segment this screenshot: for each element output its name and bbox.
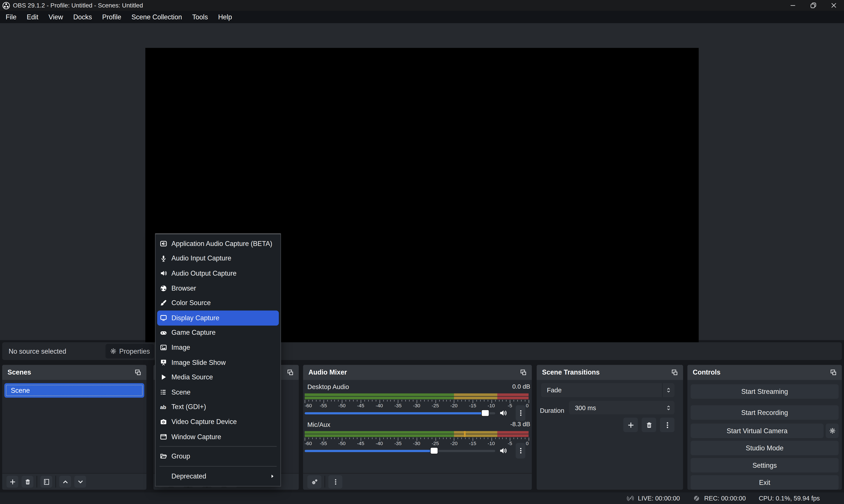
transition-plus-button[interactable]: [623, 418, 638, 432]
submenu-arrow-icon: [270, 473, 275, 479]
properties-button[interactable]: Properties: [106, 344, 154, 359]
menu-help[interactable]: Help: [213, 11, 237, 23]
transition-spinner[interactable]: [663, 386, 675, 394]
popout-icon[interactable]: [134, 369, 141, 376]
controls-body: Start StreamingStart RecordingStart Virt…: [687, 380, 842, 490]
meter-ticks: [305, 400, 529, 403]
scene-transitions-dock: Scene Transitions Fade Duration 300 ms: [537, 365, 683, 490]
menu-item-text-gdi-[interactable]: Text (GDI+): [156, 400, 281, 415]
globe-icon: [160, 285, 167, 292]
mixer-dots-button[interactable]: [328, 475, 342, 488]
scenes-chev-up-button[interactable]: [59, 476, 71, 487]
peak-marker: [464, 431, 465, 437]
exit-button[interactable]: Exit: [690, 475, 839, 490]
mixer-gears-button[interactable]: [307, 475, 321, 488]
scene-list-item[interactable]: Scene: [4, 383, 144, 398]
minimize-button[interactable]: [783, 0, 803, 11]
studio-mode-button[interactable]: Studio Mode: [690, 441, 839, 455]
start-recording-button[interactable]: Start Recording: [690, 405, 839, 420]
status-live: LIVE: 00:00:00: [627, 494, 680, 502]
menu-edit[interactable]: Edit: [21, 11, 43, 23]
popout-icon[interactable]: [829, 369, 837, 376]
popout-icon[interactable]: [286, 369, 293, 376]
monitor-icon: [160, 314, 167, 322]
obs-logo-icon: [2, 1, 10, 10]
menu-item-display-capture[interactable]: Display Capture: [157, 310, 279, 325]
menu-item-deprecated[interactable]: Deprecated: [156, 469, 281, 484]
transition-trash-button[interactable]: [642, 418, 656, 432]
scenes-filter-button[interactable]: [40, 476, 52, 487]
volume-slider[interactable]: [305, 447, 495, 454]
volume-meter: [305, 393, 529, 399]
controls-title: Controls: [693, 368, 720, 376]
menu-item-label: Text (GDI+): [172, 403, 275, 411]
menu-docks[interactable]: Docks: [68, 11, 97, 23]
volume-meter: [305, 431, 529, 437]
menu-separator: [159, 466, 277, 466]
menu-item-image-slide-show[interactable]: Image Slide Show: [156, 355, 281, 370]
image-icon: [160, 344, 167, 351]
toolbar-separator: [324, 476, 325, 487]
duration-input[interactable]: 300 ms: [569, 401, 675, 414]
duration-value: 300 ms: [575, 404, 663, 412]
scenes-dock: Scenes Scene: [2, 365, 146, 490]
scenes-toolbar: [2, 473, 146, 490]
mixer-channel-mic-aux: Mic/Aux-8.3 dB-60-55-50-45-40-35-30-25-2…: [305, 421, 530, 457]
menu-item-label: Audio Input Capture: [172, 255, 275, 262]
title-bar: OBS 29.1.2 - Profile: Untitled - Scenes:…: [0, 0, 844, 11]
scene-transitions-title: Scene Transitions: [542, 368, 600, 376]
transition-select[interactable]: Fade: [541, 383, 675, 397]
menu-item-media-source[interactable]: Media Source: [156, 370, 281, 385]
duration-spinner[interactable]: [663, 404, 675, 412]
menu-view[interactable]: View: [43, 11, 68, 23]
scenes-plus-button[interactable]: [6, 476, 18, 487]
popout-icon[interactable]: [520, 369, 526, 376]
menu-file[interactable]: File: [0, 11, 21, 23]
menu-scene-collection[interactable]: Scene Collection: [126, 11, 187, 23]
scenes-chev-down-button[interactable]: [74, 476, 86, 487]
volume-slider-handle[interactable]: [482, 410, 490, 416]
menu-item-image[interactable]: Image: [156, 340, 281, 355]
folder-icon: [160, 453, 167, 460]
channel-name: Desktop Audio: [307, 383, 349, 391]
restore-button[interactable]: [803, 0, 824, 11]
close-button[interactable]: [824, 0, 844, 11]
slideshow-icon: [160, 359, 167, 366]
meter-scale-labels: -60-55-50-45-40-35-30-25-20-15-10-50: [305, 441, 529, 447]
volume-slider-handle[interactable]: [430, 447, 438, 454]
mixer-channel-desktop-audio: Desktop Audio0.0 dB-60-55-50-45-40-35-30…: [305, 383, 530, 419]
text-icon: [160, 403, 167, 411]
menu-item-label: Image Slide Show: [172, 359, 275, 366]
menu-item-game-capture[interactable]: Game Capture: [156, 325, 281, 340]
audio-mixer-header: Audio Mixer: [303, 365, 532, 380]
menu-item-video-capture-device[interactable]: Video Capture Device: [156, 415, 281, 430]
volume-slider[interactable]: [305, 410, 495, 416]
settings-button[interactable]: Settings: [690, 458, 839, 472]
channel-options-button[interactable]: [516, 405, 525, 421]
menu-item-group[interactable]: Group: [156, 449, 281, 464]
duration-label: Duration: [540, 407, 564, 414]
audio-mixer-dock: Audio Mixer Desktop Audio0.0 dB-60-55-50…: [303, 365, 532, 490]
start-virtual-camera-button[interactable]: Start Virtual Camera: [690, 424, 824, 438]
source-toolbar: No source selected Properties: [2, 342, 842, 360]
menu-profile[interactable]: Profile: [97, 11, 126, 23]
menu-item-color-source[interactable]: Color Source: [156, 295, 281, 310]
source-status-text: No source selected: [8, 347, 66, 355]
popout-icon[interactable]: [671, 369, 678, 376]
channel-options-button[interactable]: [516, 443, 525, 458]
menu-item-label: Color Source: [172, 299, 275, 307]
menu-item-browser[interactable]: Browser: [156, 281, 281, 296]
menu-item-audio-input-capture[interactable]: Audio Input Capture: [156, 251, 281, 266]
menu-item-application-audio-capture-beta-[interactable]: Application Audio Capture (BETA): [156, 236, 281, 251]
transition-dots-button[interactable]: [660, 418, 675, 432]
menu-item-audio-output-capture[interactable]: Audio Output Capture: [156, 266, 281, 281]
speaker-icon[interactable]: [499, 409, 507, 417]
virtual-camera-settings-button[interactable]: [826, 424, 839, 438]
audio-mixer-body: Desktop Audio0.0 dB-60-55-50-45-40-35-30…: [303, 380, 532, 490]
speaker-icon[interactable]: [499, 447, 507, 455]
menu-item-scene[interactable]: Scene: [156, 385, 281, 400]
menu-tools[interactable]: Tools: [187, 11, 213, 23]
menu-item-window-capture[interactable]: Window Capture: [156, 429, 281, 444]
scenes-trash-button[interactable]: [21, 476, 33, 487]
start-streaming-button[interactable]: Start Streaming: [690, 384, 839, 399]
